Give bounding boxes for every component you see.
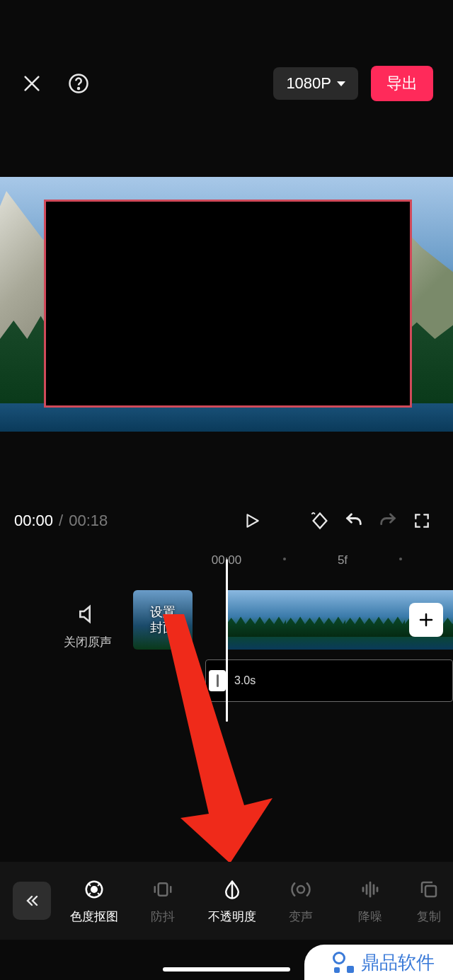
audio-clip[interactable]: 3.0s: [205, 659, 453, 702]
play-button[interactable]: [232, 505, 272, 536]
transport-bar: 00:00 / 00:18: [0, 505, 453, 536]
tool-opacity[interactable]: 不透明度: [197, 877, 267, 925]
playhead[interactable]: [226, 559, 228, 722]
svg-point-9: [91, 887, 97, 892]
tool-copy[interactable]: 复制: [405, 877, 453, 925]
plus-icon: [418, 611, 435, 628]
home-indicator: [163, 967, 290, 972]
clip-duration: 3.0s: [234, 674, 256, 687]
mute-label: 关闭原声: [59, 634, 116, 650]
add-clip-button[interactable]: [409, 603, 443, 637]
stabilize-icon: [151, 877, 175, 901]
time-duration: 00:18: [69, 512, 108, 530]
watermark-logo-icon: [333, 952, 354, 973]
time-separator: /: [59, 512, 63, 530]
watermark: 鼎品软件: [304, 945, 453, 980]
chevron-double-left-icon: [23, 892, 40, 909]
help-icon[interactable]: [67, 71, 91, 96]
export-button[interactable]: 导出: [371, 66, 433, 101]
tool-label: 防抖: [151, 909, 175, 925]
tool-voice-change[interactable]: 变声: [267, 877, 336, 925]
clip-left-handle[interactable]: [209, 670, 226, 691]
redo-button[interactable]: [371, 505, 405, 536]
cover-label: 设置 封面: [150, 604, 176, 635]
bottom-toolbar: 色度抠图 防抖 不透明度 变声 降噪 复制: [0, 862, 453, 940]
tool-label: 不透明度: [208, 909, 256, 925]
watermark-text: 鼎品软件: [361, 950, 435, 975]
tool-label: 复制: [417, 909, 441, 925]
toolbar-back-button[interactable]: [13, 882, 51, 920]
caret-down-icon: [337, 81, 345, 86]
time-current: 00:00: [14, 512, 53, 530]
svg-point-3: [78, 88, 79, 89]
keyframe-button[interactable]: [303, 505, 337, 536]
mute-audio-button[interactable]: 关闭原声: [59, 603, 116, 650]
resolution-label: 1080P: [286, 74, 331, 93]
voice-icon: [289, 877, 313, 901]
header-bar: 1080P 导出: [0, 68, 453, 99]
fullscreen-button[interactable]: [405, 505, 439, 536]
speaker-icon: [76, 603, 99, 626]
copy-icon: [417, 877, 441, 901]
close-icon[interactable]: [20, 71, 44, 96]
svg-rect-17: [425, 886, 436, 897]
svg-point-11: [297, 886, 304, 893]
opacity-icon: [220, 877, 244, 901]
tool-label: 色度抠图: [70, 909, 118, 925]
resolution-button[interactable]: 1080P: [273, 67, 358, 100]
tool-stabilize[interactable]: 防抖: [129, 877, 198, 925]
selection-frame[interactable]: [44, 200, 412, 408]
tool-noise-reduce[interactable]: 降噪: [336, 877, 405, 925]
tool-chroma-key[interactable]: 色度抠图: [59, 877, 129, 925]
set-cover-button[interactable]: 设置 封面: [133, 590, 193, 650]
svg-marker-4: [248, 514, 258, 526]
ruler-mark: 5f: [338, 553, 348, 567]
chroma-icon: [82, 877, 106, 901]
video-preview[interactable]: [0, 177, 453, 432]
tool-label: 降噪: [358, 909, 382, 925]
svg-rect-10: [159, 883, 168, 896]
noise-icon: [358, 877, 382, 901]
tool-label: 变声: [289, 909, 313, 925]
undo-button[interactable]: [337, 505, 371, 536]
